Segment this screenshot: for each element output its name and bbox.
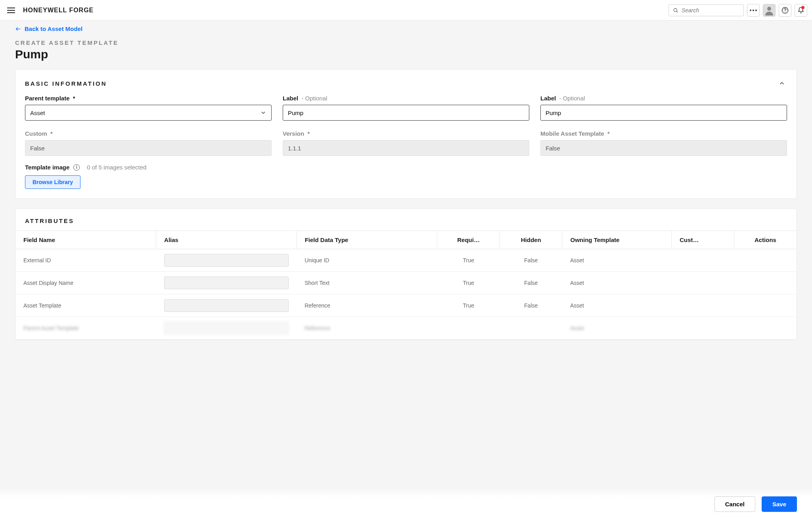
col-alias: Alias	[156, 231, 297, 249]
search-input[interactable]	[682, 7, 739, 13]
cell-actions	[734, 317, 797, 340]
search-input-wrap[interactable]	[668, 4, 744, 16]
label1-hint: - Optional	[301, 95, 327, 102]
cell-actions	[734, 249, 797, 272]
required-asterisk: *	[73, 95, 75, 102]
label2-hint: - Optional	[559, 95, 585, 102]
version-value: 1.1.1	[283, 140, 529, 156]
version-field: Version * 1.1.1	[283, 130, 529, 156]
svg-point-7	[785, 12, 785, 12]
required-asterisk: *	[607, 130, 610, 137]
custom-value: False	[25, 140, 272, 156]
cell-owning: Asset	[562, 317, 672, 340]
custom-field: Custom * False	[25, 130, 272, 156]
label1-input[interactable]	[283, 105, 529, 121]
cell-hidden	[500, 317, 562, 340]
label1-field: Label - Optional	[283, 95, 529, 121]
parent-template-label: Parent template	[25, 95, 70, 102]
cell-custom	[672, 272, 734, 294]
cell-hidden: False	[500, 249, 562, 272]
notifications-button[interactable]	[795, 4, 807, 17]
basic-info-card: BASIC INFORMATION Parent template * Asse…	[15, 69, 797, 199]
col-hidden: Hidden	[500, 231, 562, 249]
attributes-table: Field Name Alias Field Data Type Requi… …	[15, 231, 797, 340]
menu-button[interactable]	[5, 4, 17, 17]
cell-field-name: Parent Asset Template	[15, 317, 156, 340]
user-avatar[interactable]	[763, 4, 776, 17]
notification-dot	[801, 6, 804, 9]
cell-data-type: Unique ID	[297, 249, 437, 272]
table-row-obscured: Parent Asset Template Reference Asset	[15, 317, 797, 340]
cell-data-type: Short Text	[297, 272, 437, 294]
browse-library-button[interactable]: Browse Library	[25, 175, 80, 189]
attributes-title: ATTRIBUTES	[25, 217, 74, 224]
brand-logo: HONEYWELL FORGE	[23, 7, 94, 14]
cell-field-name: Asset Template	[15, 294, 156, 317]
ellipsis-icon	[750, 10, 757, 11]
required-asterisk: *	[307, 130, 310, 137]
table-row: Asset Template Reference True False Asse…	[15, 294, 797, 317]
attributes-card: ATTRIBUTES Field Name Alias Field Data T…	[15, 208, 797, 340]
cell-required: True	[437, 249, 500, 272]
mobile-value: False	[540, 140, 787, 156]
col-required: Requi…	[437, 231, 500, 249]
cell-owning: Asset	[562, 294, 672, 317]
back-link[interactable]: Back to Asset Model	[15, 25, 82, 32]
svg-line-1	[677, 11, 678, 12]
alias-input[interactable]	[164, 254, 289, 267]
cell-field-name: External ID	[15, 249, 156, 272]
label1-label: Label	[283, 95, 298, 102]
col-field-name: Field Name	[15, 231, 156, 249]
parent-template-value: Asset	[30, 110, 45, 116]
more-button[interactable]	[747, 4, 760, 17]
alias-input[interactable]	[164, 322, 289, 334]
table-row: External ID Unique ID True False Asset	[15, 249, 797, 272]
collapse-button[interactable]	[777, 78, 787, 88]
cell-custom	[672, 249, 734, 272]
cell-data-type: Reference	[297, 294, 437, 317]
template-image-status: 0 of 5 images selected	[87, 164, 146, 171]
chevron-up-icon	[778, 80, 785, 87]
label2-input[interactable]	[540, 105, 787, 121]
cell-hidden: False	[500, 294, 562, 317]
col-custom: Cust…	[672, 231, 734, 249]
cell-custom	[672, 317, 734, 340]
col-owning-template: Owning Template	[562, 231, 672, 249]
custom-label: Custom	[25, 130, 47, 137]
col-actions: Actions	[734, 231, 797, 249]
cell-hidden: False	[500, 272, 562, 294]
parent-template-field: Parent template * Asset	[25, 95, 272, 121]
svg-point-3	[753, 10, 754, 11]
col-field-data-type: Field Data Type	[297, 231, 437, 249]
version-label: Version	[283, 130, 304, 137]
alias-input[interactable]	[164, 277, 289, 289]
mobile-field: Mobile Asset Template * False	[540, 130, 787, 156]
basic-info-title: BASIC INFORMATION	[25, 80, 107, 87]
cell-required: True	[437, 272, 500, 294]
cell-custom	[672, 294, 734, 317]
page-title: Pump	[15, 48, 797, 61]
parent-template-select[interactable]: Asset	[25, 105, 272, 121]
cell-actions	[734, 272, 797, 294]
template-image-label: Template image	[25, 164, 69, 171]
svg-point-4	[755, 10, 757, 11]
cell-owning: Asset	[562, 272, 672, 294]
svg-point-5	[767, 7, 771, 11]
table-row: Asset Display Name Short Text True False…	[15, 272, 797, 294]
help-icon	[781, 7, 789, 14]
info-icon[interactable]: i	[73, 164, 80, 171]
topbar: HONEYWELL FORGE	[0, 0, 812, 21]
cell-data-type: Reference	[297, 317, 437, 340]
label2-field: Label - Optional	[540, 95, 787, 121]
help-button[interactable]	[779, 4, 791, 17]
cell-field-name: Asset Display Name	[15, 272, 156, 294]
cell-actions	[734, 294, 797, 317]
chevron-down-icon	[260, 110, 266, 116]
required-asterisk: *	[50, 130, 53, 137]
arrow-left-icon	[15, 26, 21, 32]
alias-input[interactable]	[164, 299, 289, 312]
cell-required: True	[437, 294, 500, 317]
page-eyebrow: CREATE ASSET TEMPLATE	[15, 39, 797, 46]
avatar-icon	[764, 5, 774, 15]
search-icon	[673, 7, 678, 13]
